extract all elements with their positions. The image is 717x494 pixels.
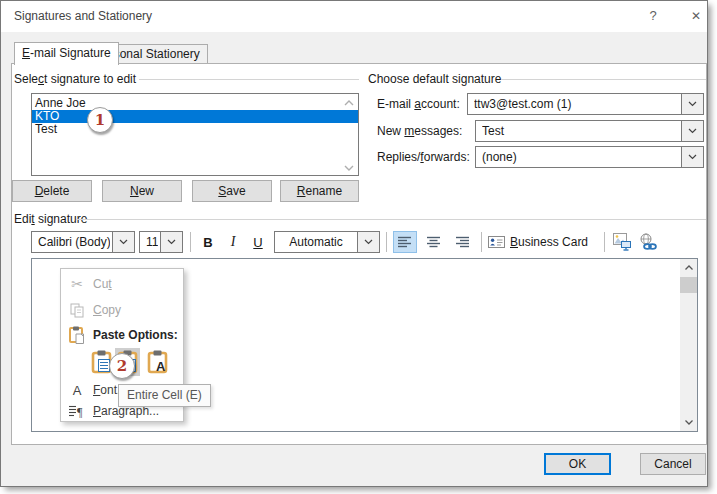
- list-item[interactable]: Test: [32, 123, 358, 136]
- replies-forwards-select[interactable]: (none): [475, 146, 704, 168]
- screen: Signatures and Stationery ? ✕ E-mail Sig…: [0, 0, 717, 494]
- cancel-button[interactable]: Cancel: [640, 453, 706, 475]
- bold-button[interactable]: B: [197, 231, 219, 253]
- ok-button[interactable]: OK: [544, 453, 611, 475]
- menu-item-copy-label: Copy: [93, 297, 121, 323]
- tab-email-signature-label: E-mail Signature: [22, 46, 111, 60]
- scroll-up-icon[interactable]: [680, 259, 697, 276]
- select-signature-group-label: Select signature to edit: [14, 72, 136, 86]
- menu-item-cut[interactable]: ✂ Cut: [61, 271, 183, 297]
- new-button[interactable]: New: [102, 180, 182, 202]
- insert-hyperlink-button[interactable]: [636, 231, 660, 253]
- email-signature-page: Select signature to edit Anne Joe KTO Te…: [11, 63, 707, 445]
- align-right-icon: [456, 236, 470, 248]
- email-account-select[interactable]: ttw3@test.com (1): [467, 93, 704, 115]
- font-color-select[interactable]: Automatic: [274, 231, 380, 253]
- copy-icon: [65, 297, 89, 323]
- align-left-button[interactable]: [393, 231, 417, 253]
- menu-item-copy[interactable]: Copy: [61, 297, 183, 323]
- font-name-select[interactable]: Calibri (Body): [31, 231, 135, 253]
- picture-icon: [613, 233, 632, 251]
- new-messages-label: New messages:: [377, 124, 462, 138]
- font-icon: A: [65, 377, 89, 403]
- save-button[interactable]: Save: [192, 180, 272, 202]
- paste-options-label: Paste Options:: [93, 324, 178, 346]
- italic-button[interactable]: I: [222, 231, 244, 253]
- title-bar[interactable]: Signatures and Stationery ? ✕: [1, 1, 707, 32]
- email-account-label: E-mail account:: [377, 97, 460, 111]
- align-center-icon: [427, 236, 441, 248]
- close-button[interactable]: ✕: [685, 6, 707, 26]
- toolbar-separator: [190, 232, 191, 252]
- align-right-button[interactable]: [451, 231, 475, 253]
- signatures-dialog: Signatures and Stationery ? ✕ E-mail Sig…: [0, 0, 708, 487]
- font-size-select[interactable]: 11: [139, 231, 183, 253]
- chevron-down-icon[interactable]: [681, 147, 703, 167]
- edit-area-scrollbar[interactable]: [680, 259, 697, 431]
- business-card-button[interactable]: Business Card: [488, 231, 600, 253]
- svg-text:A: A: [156, 359, 166, 374]
- insert-picture-button[interactable]: [610, 231, 634, 253]
- group-divider: [501, 79, 706, 80]
- font-size-value: 11: [146, 232, 158, 252]
- group-divider: [139, 79, 359, 80]
- tooltip-entire-cell: Entire Cell (E): [118, 384, 211, 407]
- new-messages-select[interactable]: Test: [475, 120, 704, 142]
- chevron-down-icon[interactable]: [357, 232, 379, 252]
- toolbar-separator: [604, 232, 605, 252]
- toolbar-separator: [481, 232, 482, 252]
- scrollbar-thumb[interactable]: [680, 277, 697, 293]
- rename-button[interactable]: Rename: [280, 180, 359, 202]
- paste-icon: [65, 324, 89, 346]
- paste-keep-text-only-button[interactable]: A: [145, 348, 170, 376]
- chevron-down-icon[interactable]: [681, 94, 703, 114]
- help-button[interactable]: ?: [642, 6, 664, 26]
- chevron-down-icon[interactable]: [112, 232, 134, 252]
- paragraph-icon: ¶: [65, 402, 89, 421]
- group-divider: [76, 219, 706, 220]
- font-color-value: Automatic: [277, 232, 355, 252]
- signature-listbox[interactable]: Anne Joe KTO Test: [31, 93, 359, 176]
- underline-button[interactable]: U: [247, 231, 269, 253]
- align-left-icon: [398, 236, 412, 248]
- annotation-step-1: 1: [87, 107, 113, 133]
- align-center-button[interactable]: [422, 231, 446, 253]
- scroll-up-icon[interactable]: [343, 99, 355, 107]
- menu-item-cut-label: Cut: [93, 271, 112, 297]
- tab-email-signature[interactable]: E-mail Signature: [14, 42, 119, 65]
- business-card-label: Business Card: [510, 235, 588, 249]
- delete-button[interactable]: Delete: [12, 180, 92, 202]
- scroll-down-icon[interactable]: [680, 414, 697, 431]
- chevron-down-icon[interactable]: [160, 232, 182, 252]
- scroll-down-icon[interactable]: [343, 164, 355, 172]
- annotation-step-2: 2: [109, 353, 135, 379]
- business-card-icon: [488, 235, 505, 249]
- default-signature-group-label: Choose default signature: [368, 72, 501, 86]
- svg-text:¶: ¶: [77, 405, 83, 418]
- email-account-value: ttw3@test.com (1): [474, 94, 679, 114]
- dialog-title: Signatures and Stationery: [14, 9, 152, 23]
- list-item[interactable]: Anne Joe: [32, 97, 358, 110]
- paste-keep-text-only-icon: A: [147, 350, 168, 374]
- replies-forwards-value: (none): [482, 147, 679, 167]
- toolbar-separator: [386, 232, 387, 252]
- font-name-value: Calibri (Body): [38, 232, 110, 252]
- chevron-down-icon[interactable]: [681, 121, 703, 141]
- replies-forwards-label: Replies/forwards:: [377, 150, 470, 164]
- scissors-icon: ✂: [65, 271, 89, 297]
- menu-paste-options-header: Paste Options:: [61, 324, 183, 346]
- list-item-selected[interactable]: KTO: [32, 110, 358, 123]
- hyperlink-icon: [639, 233, 658, 251]
- new-messages-value: Test: [482, 121, 679, 141]
